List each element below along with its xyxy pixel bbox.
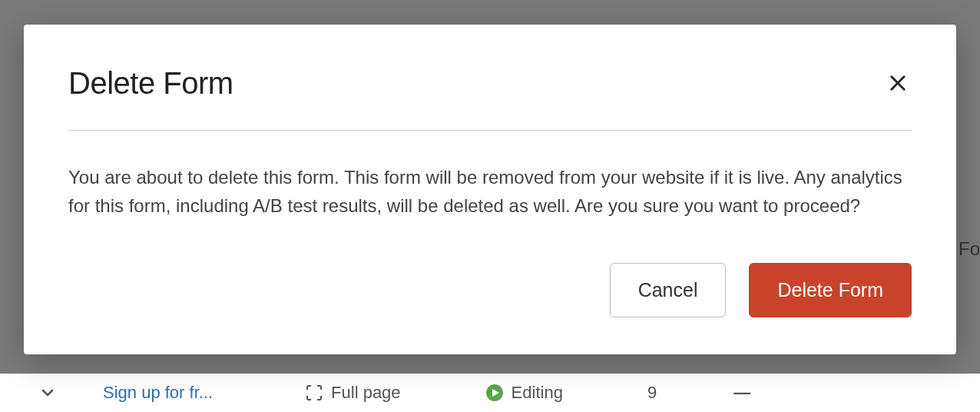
modal-header: Delete Form (68, 66, 912, 101)
modal-divider (68, 130, 912, 131)
close-button[interactable] (884, 69, 912, 97)
cancel-button[interactable]: Cancel (610, 263, 727, 317)
modal-footer: Cancel Delete Form (68, 263, 912, 317)
close-icon (887, 72, 909, 94)
delete-form-modal: Delete Form You are about to delete this… (24, 25, 956, 354)
delete-form-button[interactable]: Delete Form (749, 263, 912, 317)
modal-title: Delete Form (68, 66, 233, 101)
modal-overlay: Delete Form You are about to delete this… (0, 0, 980, 412)
modal-body-text: You are about to delete this form. This … (68, 163, 912, 220)
